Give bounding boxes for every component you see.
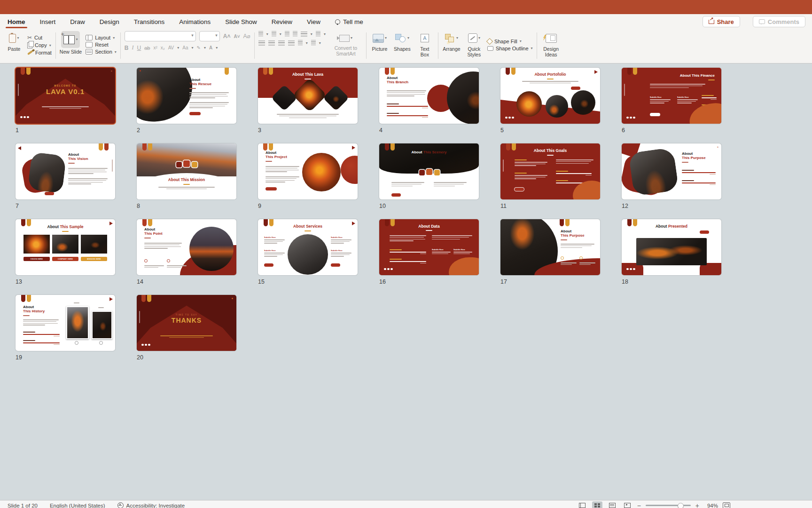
font-color-button[interactable]: A [209,45,212,50]
tab-animations[interactable]: Animations [178,16,211,28]
subscript-button[interactable]: x₂ [161,45,165,50]
layout-button[interactable]: Layout▾ [86,35,117,40]
slide-thumbnail-1[interactable]: × WELCOME TO LAVA V0.1 [16,68,115,124]
slide-thumbnail-2[interactable]: About This Rescue [137,68,236,124]
justify-icon[interactable] [288,40,295,46]
lava-photo [137,68,197,124]
slide-thumbnail-13[interactable]: About This Sample VISION HERE COMPANY HE… [16,219,115,275]
share-button[interactable]: Share [703,16,740,27]
text-direction-icon[interactable] [316,31,320,36]
slide-cell: About This Scenery 10 [379,143,479,209]
comments-button[interactable]: Comments [753,16,805,27]
portrait-photo [92,311,112,339]
pill-shape [142,143,147,151]
change-case-button[interactable]: Aa [182,45,188,50]
slide-thumbnail-16[interactable]: About Data Subtitle Here Subtitle Here [379,219,479,275]
slide-sorter-view-button[interactable] [592,501,602,508]
clear-formatting-button[interactable]: A⌀ [243,33,250,40]
new-slide-button[interactable]: ▾ New Slide [60,31,82,55]
increase-indent-icon[interactable] [293,31,297,36]
slide-sorter-canvas[interactable]: × WELCOME TO LAVA V0.1 1 About This Resc… [0,64,812,500]
convert-to-smartart-button[interactable]: ▾ Convert to SmartArt [329,31,362,56]
reset-button[interactable]: Reset [86,42,117,48]
pagination-dots [505,112,515,120]
picture-button[interactable]: ▾ Picture [370,31,389,52]
sort-icon[interactable] [298,40,303,45]
slide-thumbnail-5[interactable]: About Portofolio [500,68,600,124]
superscript-button[interactable]: x² [153,45,157,50]
slide-thumbnail-3[interactable]: About This Lava [258,68,358,124]
lightbulb-icon [335,19,340,24]
decrease-font-size-button[interactable]: A˅ [234,34,240,39]
tab-transitions[interactable]: Transitions [133,16,166,28]
slide-thumbnail-7[interactable]: About This Vision [16,143,115,199]
bold-button[interactable]: B [125,45,129,51]
underline-button[interactable]: U [137,45,141,51]
reading-view-button[interactable] [607,501,617,508]
slide-thumbnail-17[interactable]: About This Purpose [500,219,600,275]
shapes-button[interactable]: ▾ Shapes [393,31,412,52]
align-right-icon[interactable] [278,40,285,46]
slide-thumbnail-18[interactable]: About Presented [622,219,721,275]
quick-styles-button[interactable]: ▾ Quick Styles [465,31,484,57]
tab-slide-show[interactable]: Slide Show [224,16,258,28]
shape-outline-button[interactable]: Shape Outline▾ [487,46,533,51]
bullets-icon[interactable] [258,31,263,36]
slide-thumbnail-8[interactable]: About This Mission [137,143,236,199]
slide-thumbnail-9[interactable]: About This Project [258,143,358,199]
language-button[interactable]: English (United States) [50,503,105,508]
slide-thumbnail-6[interactable]: About This Finance Subtitle Here Subtitl… [622,68,721,124]
slide-thumbnail-4[interactable]: About This Branch [379,68,479,124]
strikethrough-button[interactable]: ab [144,45,150,51]
align-left-icon[interactable] [258,40,265,46]
shape-fill-button[interactable]: Shape Fill▾ [487,39,533,44]
arrange-button[interactable]: ▾ Arrange [442,31,461,52]
slide-number: 12 [622,203,721,209]
slideshow-button[interactable] [622,501,632,508]
section-icon [86,49,93,55]
cut-button[interactable]: ✂Cut [27,34,52,41]
zoom-out-button[interactable]: − [637,502,641,508]
slide-thumbnail-19[interactable]: About This History [16,295,115,351]
columns-icon[interactable] [311,40,316,45]
font-size-select[interactable] [199,31,220,41]
slide-thumbnail-15[interactable]: About Services Subtitle Here Subtitle He… [258,219,358,275]
slide-thumbnail-10[interactable]: About This Scenery [379,143,479,199]
increase-font-size-button[interactable]: A˄ [223,33,231,40]
slide-thumbnail-14[interactable]: About This Point [137,219,236,275]
format-painter-button[interactable]: Format [27,50,52,56]
tab-tell-me[interactable]: Tell me [334,16,364,28]
numbering-icon[interactable] [272,31,276,36]
numbered-item [167,257,187,269]
design-ideas-button[interactable]: Design Ideas [541,31,562,57]
text-box-button[interactable]: A Text Box [415,31,434,57]
copy-button[interactable]: Copy▾ [27,42,52,48]
tab-insert[interactable]: Insert [39,16,57,28]
paste-button[interactable]: ▾ Paste [5,31,23,52]
tab-view[interactable]: View [306,16,321,28]
slide-thumbnail-11[interactable]: About This Goals [500,143,600,199]
tab-home[interactable]: Home [7,16,26,28]
italic-button[interactable]: I [132,44,134,51]
accessibility-button[interactable]: Accessibility: Investigate [117,502,185,508]
line-spacing-icon[interactable] [301,32,307,37]
zoom-in-button[interactable]: + [695,502,699,508]
highlight-button[interactable]: ✎ [197,45,201,50]
section-button[interactable]: Section▾ [86,49,117,55]
zoom-slider[interactable] [646,505,691,506]
tab-design[interactable]: Design [99,16,120,28]
decrease-indent-icon[interactable] [285,31,289,36]
pill-shape [21,295,25,302]
tab-review[interactable]: Review [271,16,293,28]
slide-thumbnail-12[interactable]: About This Purpose » [622,143,721,199]
normal-view-button[interactable] [577,501,587,508]
character-spacing-button[interactable]: AV [168,45,174,50]
slide-thumbnail-20[interactable]: TIME TO SAY THANKS [137,295,236,351]
slide-title: About This Scenery [379,150,479,154]
font-name-select[interactable] [125,31,196,41]
tab-draw[interactable]: Draw [69,16,86,28]
align-center-icon[interactable] [268,40,275,46]
zoom-slider-knob[interactable] [678,503,684,508]
subtitle-column [515,173,547,180]
fit-slide-button[interactable] [723,502,730,508]
